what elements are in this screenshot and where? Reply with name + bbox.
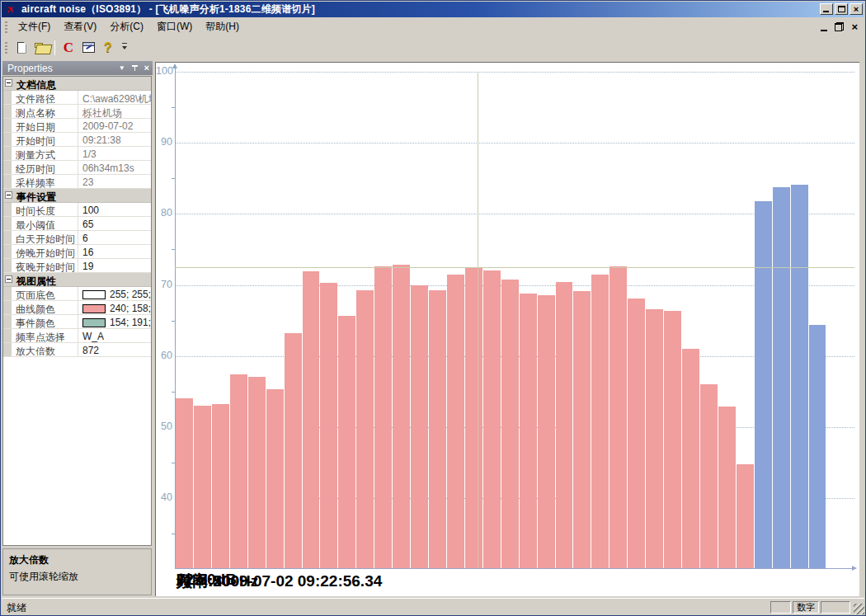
mdi-close-icon[interactable]: × [851, 21, 858, 32]
app-icon[interactable]: ✈ [2, 0, 21, 19]
property-row[interactable]: 曲线颜色240; 158; 15 [3, 301, 151, 315]
section-header[interactable]: 文档信息 [3, 77, 151, 91]
property-value[interactable]: 23 [79, 175, 151, 188]
frequency-bar[interactable] [573, 291, 591, 568]
property-value[interactable]: 255; 255; 25 [79, 287, 151, 300]
properties-panel-header[interactable]: Properties ▼ × [2, 61, 153, 75]
collapse-icon[interactable] [5, 275, 12, 283]
property-row[interactable]: 事件颜色154; 191; 18 [3, 315, 151, 329]
spectrum-chart[interactable]: 405060708090100 72.50dB频率:500Hz时间:2009-0… [155, 62, 859, 596]
frequency-bar[interactable] [483, 270, 501, 568]
frequency-bar[interactable] [591, 275, 609, 568]
frequency-bar[interactable] [285, 333, 302, 568]
frequency-bar[interactable] [737, 464, 754, 568]
toolbar-overflow-icon[interactable] [120, 39, 129, 57]
frequency-bar[interactable] [303, 271, 320, 568]
section-header[interactable]: 事件设置 [3, 189, 151, 203]
property-value[interactable]: 09:21:38 [79, 133, 151, 146]
panel-menu-icon[interactable]: ▼ [119, 63, 125, 73]
open-file-button[interactable] [32, 39, 50, 57]
menu-file[interactable]: 文件(F) [12, 17, 57, 36]
panel-close-icon[interactable]: × [144, 63, 149, 73]
property-row[interactable]: 测点名称栎社机场 [3, 105, 151, 119]
property-row[interactable]: 文件路径C:\awa6298\机场 [3, 91, 151, 105]
frequency-bar[interactable] [176, 398, 193, 568]
property-row[interactable]: 采样频率23 [3, 175, 151, 189]
report-properties-button[interactable] [79, 39, 97, 57]
property-row[interactable]: 频率点选择W_A [3, 329, 151, 343]
pin-icon[interactable] [131, 63, 139, 73]
frequency-bar[interactable] [628, 299, 645, 568]
menu-window[interactable]: 窗口(W) [150, 17, 199, 36]
frequency-bar[interactable] [320, 283, 337, 568]
menu-grip[interactable] [5, 21, 7, 33]
menu-view[interactable]: 查看(V) [57, 17, 103, 36]
collapse-icon[interactable] [5, 191, 12, 199]
property-value[interactable]: 19 [79, 259, 151, 272]
frequency-bar[interactable] [447, 275, 464, 568]
frequency-bar[interactable] [664, 311, 681, 568]
frequency-bar[interactable] [465, 267, 482, 568]
mdi-restore-icon[interactable] [835, 22, 844, 31]
property-value[interactable]: 06h34m13s [79, 161, 151, 174]
property-row[interactable]: 页面底色255; 255; 25 [3, 287, 151, 301]
frequency-bar[interactable] [700, 384, 718, 568]
frequency-bar[interactable] [429, 290, 446, 568]
frequency-bar[interactable] [609, 266, 627, 568]
property-value[interactable]: 1/3 [79, 147, 151, 160]
frequency-bar[interactable] [194, 406, 211, 568]
property-value[interactable]: 栎社机场 [79, 105, 151, 118]
property-value[interactable]: 6 [79, 231, 151, 244]
property-value[interactable]: 100 [79, 203, 151, 216]
frequency-bar[interactable] [682, 349, 699, 568]
property-row[interactable]: 白天开始时间6 [3, 231, 151, 245]
mdi-minimize-icon[interactable] [821, 30, 827, 31]
property-row[interactable]: 开始时间09:21:38 [3, 133, 151, 147]
frequency-bar[interactable] [374, 266, 392, 568]
frequency-bar[interactable] [809, 325, 826, 568]
property-value[interactable]: 2009-07-02 [79, 119, 151, 132]
property-row[interactable]: 时间长度100 [3, 203, 151, 217]
help-button[interactable]: ? [99, 39, 117, 57]
resize-grip[interactable] [854, 604, 864, 614]
frequency-bar[interactable] [411, 285, 428, 568]
property-value[interactable]: 65 [79, 217, 151, 230]
property-row[interactable]: 开始日期2009-07-02 [3, 119, 151, 133]
frequency-bar[interactable] [646, 309, 663, 568]
frequency-bar[interactable] [773, 187, 790, 568]
property-row[interactable]: 傍晚开始时间16 [3, 245, 151, 259]
property-value[interactable]: 240; 158; 15 [79, 301, 151, 314]
frequency-bar[interactable] [356, 290, 374, 568]
collapse-icon[interactable] [5, 79, 12, 87]
property-row[interactable]: 测量方式1/3 [3, 147, 151, 161]
property-value[interactable]: W_A [79, 329, 151, 342]
frequency-bar[interactable] [248, 377, 266, 568]
frequency-bar[interactable] [230, 374, 247, 568]
frequency-bar[interactable] [538, 295, 555, 568]
c-weighting-button[interactable]: C [59, 39, 78, 57]
minimize-button[interactable] [820, 3, 833, 15]
property-value[interactable]: 154; 191; 18 [79, 315, 151, 328]
menu-help[interactable]: 帮助(H) [199, 17, 246, 36]
frequency-bar[interactable] [718, 407, 736, 568]
new-document-button[interactable] [12, 39, 31, 57]
close-button[interactable]: × [850, 3, 863, 15]
property-value[interactable]: 872 [79, 343, 151, 356]
frequency-bar[interactable] [755, 201, 772, 568]
frequency-bar[interactable] [393, 265, 410, 568]
frequency-bar[interactable] [266, 389, 284, 568]
property-value[interactable]: C:\awa6298\机场 [79, 91, 151, 104]
property-row[interactable]: 最小阈值65 [3, 217, 151, 231]
frequency-bar[interactable] [338, 316, 355, 568]
frequency-bar[interactable] [212, 404, 229, 568]
menu-analyze[interactable]: 分析(C) [103, 17, 150, 36]
frequency-bar[interactable] [791, 185, 808, 568]
frequency-bar[interactable] [501, 280, 519, 568]
section-header[interactable]: 视图属性 [3, 273, 151, 287]
frequency-bar[interactable] [556, 282, 573, 568]
property-row[interactable]: 夜晚开始时间19 [3, 259, 151, 273]
property-row[interactable]: 放大倍数872 [3, 343, 151, 357]
maximize-button[interactable] [835, 3, 848, 15]
frequency-bar[interactable] [520, 294, 537, 568]
property-value[interactable]: 16 [79, 245, 151, 258]
